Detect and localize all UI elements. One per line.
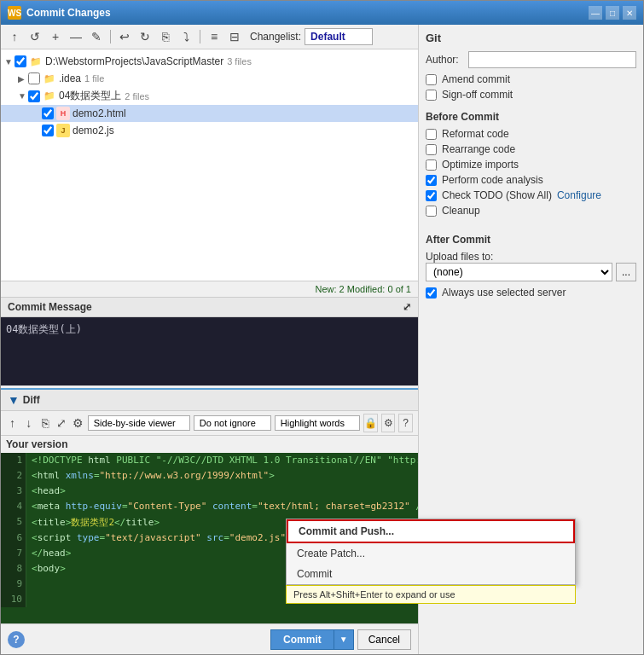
import-button[interactable]: ⤵ bbox=[177, 28, 194, 45]
status-text: New: 2 Modified: 0 of 1 bbox=[315, 284, 411, 294]
configure-link[interactable]: Configure bbox=[557, 189, 601, 201]
perform-analysis-item: Perform code analysis bbox=[426, 174, 636, 186]
tree-checkbox-idea[interactable] bbox=[28, 72, 40, 84]
changelist-dropdown[interactable]: Default bbox=[305, 28, 373, 45]
diff-options-button[interactable]: ⚙ bbox=[72, 414, 84, 432]
tree-count-root: 3 files bbox=[227, 56, 252, 67]
code-line-4: 4 <meta http-equiv="Content-Type" conten… bbox=[1, 499, 418, 514]
after-commit-divider: After Commit bbox=[426, 234, 636, 246]
git-title: Git bbox=[426, 32, 636, 44]
folder-icon-data: 📁 bbox=[43, 90, 56, 103]
always-use-label: Always use selected server bbox=[442, 287, 566, 299]
sign-off-checkbox[interactable] bbox=[426, 90, 437, 101]
tree-item-html[interactable]: ▶ H demo2.html bbox=[1, 105, 418, 122]
undo-button[interactable]: ↩ bbox=[116, 28, 133, 45]
redo-button[interactable]: ↻ bbox=[136, 28, 154, 45]
line-num-4: 4 bbox=[1, 499, 26, 514]
copy-button[interactable]: ⎘ bbox=[157, 28, 174, 45]
context-menu-create-patch[interactable]: Create Patch... bbox=[287, 543, 575, 564]
diff-ignore-dropdown[interactable]: Do not ignore bbox=[194, 415, 271, 431]
tree-checkbox-js[interactable] bbox=[42, 125, 54, 136]
tree-label-idea: .idea bbox=[59, 72, 81, 84]
diff-lock-button[interactable]: 🔒 bbox=[363, 414, 378, 432]
tree-item-data[interactable]: ▼ 📁 04数据类型上 2 files bbox=[1, 87, 418, 105]
amend-checkbox[interactable] bbox=[426, 74, 437, 85]
maximize-button[interactable]: □ bbox=[606, 6, 619, 20]
diff-viewer-dropdown[interactable]: Side-by-side viewer bbox=[88, 415, 190, 431]
expand-icon[interactable]: ⤢ bbox=[403, 301, 411, 313]
commit-message-header: Commit Message ⤢ bbox=[1, 298, 418, 317]
upload-settings-button[interactable]: ... bbox=[616, 263, 636, 281]
cancel-button[interactable]: Cancel bbox=[357, 629, 411, 650]
diff-copy-button[interactable]: ⎘ bbox=[38, 414, 51, 432]
app-icon: WS bbox=[8, 6, 21, 20]
diff-next-button[interactable]: ↓ bbox=[22, 414, 35, 432]
line-content-1: <!DOCTYPE html PUBLIC "-//W3C//DTD XHTML… bbox=[26, 453, 418, 468]
html-icon: H bbox=[56, 107, 70, 120]
upload-dropdown[interactable]: (none) bbox=[426, 263, 612, 281]
minimize-button[interactable]: — bbox=[589, 6, 602, 20]
refresh-button[interactable]: ↺ bbox=[26, 28, 44, 45]
hint-text: Press Alt+Shift+Enter to expand or use bbox=[293, 589, 455, 600]
tree-arrow-data: ▼ bbox=[18, 91, 28, 101]
commit-dropdown-button[interactable]: ▼ bbox=[334, 629, 354, 650]
reformat-checkbox[interactable] bbox=[426, 129, 437, 140]
context-menu-commit[interactable]: Commit bbox=[287, 564, 575, 584]
author-input[interactable] bbox=[468, 51, 636, 68]
diff-toolbar: ↑ ↓ ⎘ ⤢ ⚙ Side-by-side viewer Do not ign… bbox=[1, 411, 418, 436]
remove-button[interactable]: — bbox=[67, 28, 84, 45]
diff-expand-button[interactable]: ⤢ bbox=[55, 414, 67, 432]
tree-label-js: demo2.js bbox=[73, 125, 114, 136]
diff-help-button[interactable]: ? bbox=[398, 414, 413, 432]
move-up-button[interactable]: ↑ bbox=[6, 28, 23, 45]
close-button[interactable]: ✕ bbox=[623, 6, 636, 20]
diff-title: Diff bbox=[23, 394, 40, 406]
line-num-2: 2 bbox=[1, 468, 26, 484]
commit-message-input[interactable]: 04数据类型(上) bbox=[1, 317, 418, 385]
tree-checkbox-html[interactable] bbox=[42, 107, 54, 119]
line-num-7: 7 bbox=[1, 546, 26, 561]
tree-count-data: 2 files bbox=[125, 91, 149, 101]
optimize-checkbox[interactable] bbox=[426, 159, 437, 171]
check-todo-checkbox[interactable] bbox=[426, 190, 437, 201]
edit-button[interactable]: ✎ bbox=[88, 28, 105, 45]
diff-highlight-dropdown[interactable]: Highlight words bbox=[275, 415, 360, 431]
help-button[interactable]: ? bbox=[8, 631, 25, 648]
cleanup-item: Cleanup bbox=[426, 205, 636, 217]
line-num-5: 5 bbox=[1, 514, 26, 530]
commit-message-label: Commit Message bbox=[8, 301, 92, 313]
tree-item-idea[interactable]: ▶ 📁 .idea 1 file bbox=[1, 70, 418, 87]
tree-checkbox-data[interactable] bbox=[28, 90, 40, 102]
tree-item-root[interactable]: ▼ 📁 D:\WebstormProjects\JavaScriptMaster… bbox=[1, 53, 418, 70]
hint-bar: Press Alt+Shift+Enter to expand or use bbox=[286, 585, 576, 604]
tree-item-js[interactable]: ▶ J demo2.js bbox=[1, 122, 418, 139]
line-content-4: <meta http-equiv="Content-Type" content=… bbox=[26, 499, 418, 514]
diff-settings-button[interactable]: ⚙ bbox=[381, 414, 396, 432]
rearrange-checkbox[interactable] bbox=[426, 144, 437, 155]
upload-files-label: Upload files to: bbox=[426, 251, 636, 263]
sort-button[interactable]: ≡ bbox=[206, 28, 223, 45]
add-button[interactable]: + bbox=[47, 28, 64, 45]
cleanup-checkbox[interactable] bbox=[426, 206, 437, 217]
diff-prev-button[interactable]: ↑ bbox=[6, 414, 19, 432]
perform-analysis-checkbox[interactable] bbox=[426, 175, 437, 186]
group-button[interactable]: ⊟ bbox=[226, 28, 243, 45]
commit-button[interactable]: Commit bbox=[270, 629, 334, 650]
check-todo-label: Check TODO (Show All) bbox=[442, 189, 552, 201]
always-use-checkbox[interactable] bbox=[426, 287, 437, 299]
context-menu-commit-push[interactable]: Commit and Push... bbox=[287, 519, 575, 543]
tree-label-data: 04数据类型上 bbox=[59, 89, 121, 103]
tree-checkbox-root[interactable] bbox=[15, 55, 26, 67]
line-num-6: 6 bbox=[1, 530, 26, 546]
check-todo-item: Check TODO (Show All) Configure bbox=[426, 189, 636, 201]
collapse-diff-button[interactable]: ▼ bbox=[8, 393, 20, 407]
perform-analysis-label: Perform code analysis bbox=[442, 174, 543, 186]
code-line-3: 3 <head> bbox=[1, 484, 418, 499]
author-label: Author: bbox=[426, 54, 468, 66]
amend-commit-item: Amend commit bbox=[426, 73, 636, 85]
dialog-title: Commit Changes bbox=[26, 7, 111, 19]
line-num-9: 9 bbox=[1, 577, 26, 592]
sign-off-label: Sign-off commit bbox=[442, 89, 513, 101]
always-use-item: Always use selected server bbox=[426, 287, 636, 299]
line-num-8: 8 bbox=[1, 561, 26, 577]
